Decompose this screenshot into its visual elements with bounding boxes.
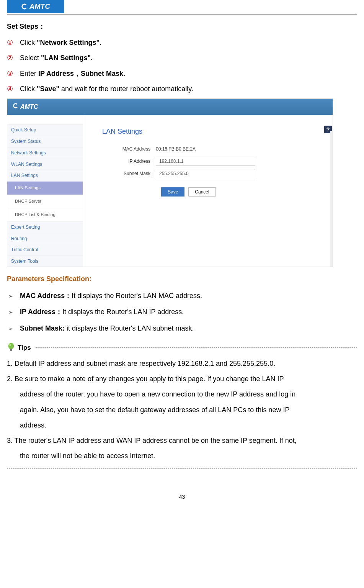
header-divider [7,15,357,15]
ip-address-input[interactable] [156,157,255,166]
tip-line: address of the router, you have to open … [7,388,357,401]
router-brand-text: AMTC [20,101,38,113]
step-text: Click "Save" and wait for the router reb… [20,82,193,95]
step-item: ① Click "Network Settings". [7,36,357,49]
sidebar-item-expert-setting[interactable]: Expert Setting [7,222,83,233]
svg-point-2 [9,344,11,346]
page-number: 43 [7,492,357,502]
step-number-icon: ④ [7,82,20,95]
chevron-right-icon: ➢ [7,307,20,318]
brand-text: AMTC [29,0,50,13]
content-title: LAN Settings [102,125,329,138]
form-row-mask: Subnet Mask [102,169,329,178]
router-header-bar: AMTC [7,99,333,115]
subnet-mask-label: Subnet Mask [102,169,156,178]
step-number-icon: ① [7,36,20,49]
svg-point-0 [8,343,14,349]
step-text: Click "Network Settings". [20,36,101,49]
parameter-item: ➢ IP Address：It displays the Router's LA… [7,305,357,318]
parameter-text: Subnet Mask: it displays the Router's LA… [20,322,194,335]
router-sidebar: Quick Setup System Status Network Settin… [7,115,83,267]
lightbulb-icon [7,342,15,353]
set-steps-heading: Set Steps： [7,20,357,33]
sidebar-top-pad [7,115,83,124]
tips-header: Tips [7,342,357,354]
router-content-panel: LAN Settings MAC Address 00:16:FB:B0:BE:… [83,115,333,267]
step-item: ② Select "LAN Settings". [7,51,357,64]
tips-label: Tips [18,342,31,354]
sidebar-item-network-settings[interactable]: Network Settings [7,147,83,159]
chevron-right-icon: ➢ [7,324,20,334]
tip-line: the router will not be able to access In… [7,449,357,462]
step-item: ④ Click "Save" and wait for the router r… [7,82,357,95]
step-number-icon: ③ [7,67,20,80]
brand-swirl-icon [21,3,28,10]
tip-line: 1. Default IP address and subnet mask ar… [7,357,357,370]
sidebar-item-lan-settings[interactable]: LAN Settings [7,170,83,182]
form-buttons: Save Cancel [161,187,329,197]
parameter-text: MAC Address：It displays the Router's LAN… [20,289,202,302]
router-admin-screenshot: AMTC Quick Setup System Status Network S… [7,98,333,267]
tip-line: address. [7,419,357,432]
tips-divider [36,347,357,348]
brand-logo: AMTC [7,0,64,13]
sidebar-subitem-dhcp-server[interactable]: DHCP Server [7,195,83,208]
sidebar-item-routing[interactable]: Routing [7,233,83,245]
ip-address-label: IP Address [102,157,156,166]
parameters-list: ➢ MAC Address：It displays the Router's L… [7,289,357,335]
sidebar-item-traffic-control[interactable]: Triffic Control [7,244,83,256]
sidebar-subitem-lan-settings[interactable]: LAN Settings [7,182,83,195]
step-item: ③ Enter IP Address，Subnet Mask. [7,67,357,80]
svg-rect-1 [10,349,12,351]
parameter-item: ➢ Subnet Mask: it displays the Router's … [7,322,357,335]
tip-line: again. Also, you have to set the default… [7,403,357,416]
parameters-heading: Parameters Specification: [7,272,357,285]
subnet-mask-input[interactable] [156,169,255,178]
sidebar-item-system-tools[interactable]: System Tools [7,256,83,267]
step-text: Select "LAN Settings". [20,51,93,64]
mac-address-label: MAC Address [102,145,156,154]
page-logo-bar: AMTC [7,0,357,13]
tip-line: 2. Be sure to make a note of any changes… [7,372,357,385]
tips-body: 1. Default IP address and subnet mask ar… [7,357,357,462]
sidebar-item-system-status[interactable]: System Status [7,136,83,147]
step-number-icon: ② [7,51,20,64]
scrollbar-track[interactable] [330,131,333,267]
cancel-button[interactable]: Cancel [188,187,215,197]
steps-list: ① Click "Network Settings". ② Select "LA… [7,36,357,95]
chevron-right-icon: ➢ [7,291,20,301]
brand-swirl-icon [13,101,19,113]
tip-line: 3. The router's LAN IP address and WAN I… [7,434,357,447]
step-text: Enter IP Address，Subnet Mask. [20,67,125,80]
save-button[interactable]: Save [161,187,184,197]
sidebar-subitem-dhcp-list-binding[interactable]: DHCP List & Binding [7,208,83,222]
mac-address-value: 00:16:FB:B0:BE:2A [156,145,196,154]
parameter-item: ➢ MAC Address：It displays the Router's L… [7,289,357,302]
form-row-mac: MAC Address 00:16:FB:B0:BE:2A [102,145,329,154]
tips-end-divider [7,468,357,469]
parameter-text: IP Address：It displays the Router's LAN … [20,305,184,318]
sidebar-item-wlan-settings[interactable]: WLAN Settings [7,159,83,170]
form-row-ip: IP Address [102,157,329,166]
sidebar-item-quick-setup[interactable]: Quick Setup [7,124,83,136]
